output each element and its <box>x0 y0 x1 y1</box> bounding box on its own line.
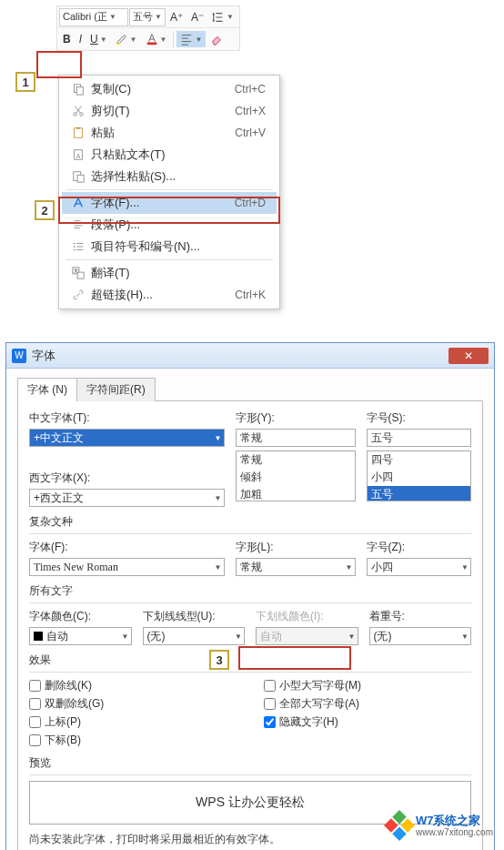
svg-point-12 <box>74 243 76 245</box>
emphasis-combo[interactable]: (无)▼ <box>369 627 472 645</box>
svg-rect-6 <box>75 128 83 138</box>
underline-style-combo[interactable]: (无)▼ <box>143 627 246 645</box>
italic-button[interactable]: I <box>76 31 86 47</box>
paste-special-icon <box>66 170 91 183</box>
all-text-title: 所有文字 <box>29 583 471 599</box>
svg-text:A: A <box>76 153 81 159</box>
font-color-icon <box>146 33 158 46</box>
brand-url: www.w7xitong.com <box>416 827 493 837</box>
svg-rect-1 <box>146 43 156 46</box>
copy-icon <box>66 83 91 96</box>
menu-translate[interactable]: 文 翻译(T) <box>62 262 277 284</box>
svg-rect-7 <box>76 127 80 129</box>
paste-text-icon: A <box>66 148 91 161</box>
style-input[interactable]: 常规 <box>236 429 356 447</box>
svg-point-13 <box>74 246 76 248</box>
western-font-label: 西文字体(X): <box>29 471 225 486</box>
callout-3: 3 <box>209 650 229 670</box>
menu-copy[interactable]: 复制(C) Ctrl+C <box>62 78 277 100</box>
complex-script-title: 复杂文种 <box>29 514 471 530</box>
dialog-titlebar: W 字体 ✕ <box>6 343 494 369</box>
tab-char-spacing[interactable]: 字符间距(R) <box>77 378 156 401</box>
clipboard-icon <box>66 126 91 139</box>
svg-point-14 <box>74 249 76 251</box>
complex-font-combo[interactable]: Times New Roman▼ <box>29 558 225 576</box>
fx-all-caps[interactable]: 全部大写字母(A) <box>264 696 471 712</box>
paragraph-icon <box>66 218 91 231</box>
size-listbox[interactable]: 四号 小四 五号 <box>367 450 472 501</box>
font-name-combo[interactable]: Calibri (正▼ <box>59 8 128 26</box>
line-spacing-button[interactable]: ▼ <box>208 9 237 25</box>
underline-color-label: 下划线颜色(I): <box>256 609 358 624</box>
context-menu: 复制(C) Ctrl+C 剪切(T) Ctrl+X 粘贴 Ctrl+V A 只粘… <box>58 75 280 309</box>
fx-hidden[interactable]: 隐藏文字(H) <box>264 714 471 730</box>
align-button[interactable]: ▼ <box>176 31 206 47</box>
line-spacing-icon <box>212 11 225 24</box>
font-dialog-icon <box>66 197 91 209</box>
font-color-button[interactable]: ▼ <box>142 31 171 47</box>
font-size-combo[interactable]: 五号▼ <box>129 8 166 26</box>
menu-paste-text[interactable]: A 只粘贴文本(T) <box>62 144 277 166</box>
western-font-combo[interactable]: +西文正文▼ <box>29 489 225 507</box>
font-size-value: 五号 <box>133 10 153 24</box>
callout-2: 2 <box>35 200 55 220</box>
scissors-icon <box>66 105 91 117</box>
align-icon <box>180 33 193 46</box>
size-label: 字号(S): <box>367 410 472 426</box>
svg-text:文: 文 <box>74 268 78 273</box>
tab-strip: 字体 (N) 字符间距(R) <box>17 378 483 401</box>
callout-1: 1 <box>15 72 35 92</box>
menu-bullets[interactable]: 项目符号和编号(N)... <box>62 236 277 258</box>
highlighter-icon <box>116 33 128 46</box>
menu-hyperlink[interactable]: 超链接(H)... Ctrl+K <box>62 284 277 306</box>
complex-style-combo[interactable]: 常规▼ <box>236 558 356 576</box>
menu-font[interactable]: 字体(F)... Ctrl+D <box>62 192 277 214</box>
shrink-font-button[interactable]: A⁻ <box>187 9 207 25</box>
fx-subscript[interactable]: 下标(B) <box>29 733 237 748</box>
grow-font-button[interactable]: A⁺ <box>166 9 186 25</box>
svg-rect-3 <box>76 86 83 95</box>
font-color-combo[interactable]: 自动▼ <box>29 627 132 645</box>
bold-button[interactable]: B <box>59 31 75 47</box>
tab-font[interactable]: 字体 (N) <box>17 378 77 401</box>
chinese-font-combo[interactable]: +中文正文▼ <box>29 429 225 447</box>
watermark: W7系统之家 www.w7xitong.com <box>388 815 493 837</box>
menu-paragraph[interactable]: 段落(P)... <box>62 214 277 236</box>
fx-strikethrough[interactable]: 删除线(K) <box>29 678 237 693</box>
dialog-title: 字体 <box>32 348 449 364</box>
complex-size-label: 字号(Z): <box>367 540 472 555</box>
translate-icon: 文 <box>66 267 91 279</box>
chinese-font-label: 中文字体(T): <box>29 410 225 426</box>
close-button[interactable]: ✕ <box>449 348 489 364</box>
bullets-icon <box>66 240 91 253</box>
svg-rect-16 <box>77 272 84 278</box>
effects-title: 效果 <box>29 653 471 668</box>
brand-name: W7系统之家 <box>416 815 493 827</box>
style-listbox[interactable]: 常规 倾斜 加粗 <box>236 450 356 501</box>
emphasis-label: 着重号: <box>369 609 472 624</box>
fx-small-caps[interactable]: 小型大写字母(M) <box>264 678 471 693</box>
link-icon <box>66 288 91 301</box>
font-name-value: Calibri (正 <box>63 10 107 24</box>
brand-logo-icon <box>384 810 415 841</box>
complex-size-combo[interactable]: 小四▼ <box>367 558 472 576</box>
underline-style-label: 下划线线型(U): <box>143 609 246 624</box>
fx-double-strikethrough[interactable]: 双删除线(G) <box>29 696 237 712</box>
underline-color-combo: 自动▼ <box>256 627 358 645</box>
complex-style-label: 字形(L): <box>236 540 356 555</box>
font-color-label: 字体颜色(C): <box>29 609 132 624</box>
formatting-toolbar: Calibri (正▼ 五号▼ A⁺ A⁻ ▼ B I U▼ ▼ ▼ ▼ <box>56 5 240 51</box>
size-input[interactable]: 五号 <box>367 429 472 447</box>
highlight-button[interactable]: ▼ <box>112 31 141 47</box>
menu-paste[interactable]: 粘贴 Ctrl+V <box>62 122 277 144</box>
fx-superscript[interactable]: 上标(P) <box>29 714 237 730</box>
style-label: 字形(Y): <box>236 410 356 426</box>
preview-title: 预览 <box>29 755 471 771</box>
complex-font-label: 字体(F): <box>29 540 225 555</box>
menu-paste-special[interactable]: 选择性粘贴(S)... <box>62 166 277 187</box>
eraser-icon <box>210 33 223 46</box>
underline-button[interactable]: U▼ <box>86 31 111 47</box>
menu-cut[interactable]: 剪切(T) Ctrl+X <box>62 100 277 122</box>
eraser-button[interactable] <box>207 31 227 47</box>
svg-rect-11 <box>77 175 84 182</box>
